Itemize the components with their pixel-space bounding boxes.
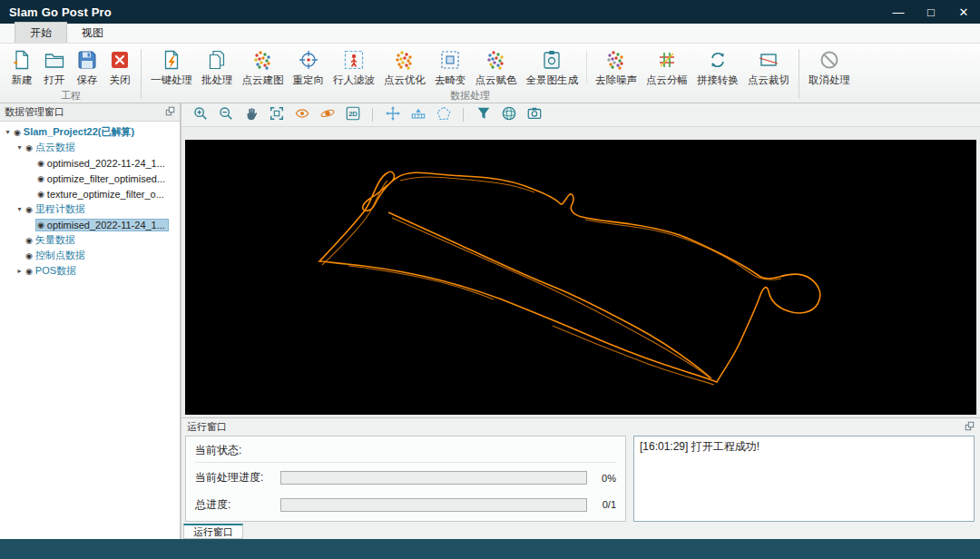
tree-item[interactable]: ▾◉点云数据 [0,140,180,155]
window-controls: — □ ✕ [882,0,980,24]
tree-item[interactable]: ◉optimised_2022-11-24_1... [0,155,180,171]
new-file-icon [11,48,33,72]
tree-item-label: optimised_2022-11-24_1... [47,220,165,230]
pointcloud-mapping-button[interactable]: 点云建图 [238,47,289,88]
ribbon-button-label: 重定向 [293,74,325,87]
ribbon-button-label: 点云裁切 [748,74,789,87]
pointcloud-optimize-icon [394,48,416,72]
visibility-eye-icon[interactable]: ◉ [37,159,44,168]
filter-icon [475,105,492,124]
panorama-generate-icon [541,48,563,72]
undistort-icon [439,48,461,72]
tree-item[interactable]: ▾◉Slam_Project22(已解算) [0,124,180,140]
tree-item[interactable]: ◉控制点数据 [0,248,180,263]
content-area: 2D 运行窗口 当前状态: 当前处理进度: [181,103,980,539]
tree-item-label: 矢量数据 [35,233,75,247]
pedestrian-filter-button[interactable]: 行人滤波 [328,47,379,88]
denoise-button[interactable]: 去除噪声 [591,47,642,88]
ribbon-group-label [804,89,855,103]
open-folder-button[interactable]: 打开 [38,47,71,88]
ribbon-toolbar: 新建打开保存关闭工程一键处理批处理点云建图重定向行人滤波点云优化去畸变点云赋色全… [0,44,980,103]
zoom-out-button[interactable] [214,105,237,125]
visibility-eye-icon[interactable]: ◉ [37,190,44,199]
tree-item[interactable]: ◉optimised_2022-11-24_1... [0,217,180,232]
close-button[interactable]: ✕ [947,0,980,24]
ribbon-button-label: 关闭 [110,74,131,87]
ribbon-button-label: 行人滤波 [333,74,375,87]
viewport-3d[interactable] [185,140,976,415]
maximize-button[interactable]: □ [915,0,947,24]
ribbon-tab-row: 开始视图 [0,24,980,44]
level-button[interactable] [407,105,429,125]
pan-button[interactable] [240,105,262,125]
sphere-button[interactable] [497,105,520,125]
expand-arrow-icon[interactable]: ▾ [15,205,24,213]
visibility-eye-icon[interactable]: ◉ [25,143,33,152]
one-click-process-icon [161,48,182,72]
total-progress-bar [280,498,587,512]
group-separator [141,49,142,99]
visibility-button[interactable] [290,105,313,125]
zoom-in-button[interactable] [189,105,211,125]
current-progress-label: 当前处理进度: [195,470,279,485]
batch-process-button[interactable]: 批处理 [197,47,238,88]
current-progress-value: 0% [594,473,616,484]
status-bar [0,539,980,559]
panorama-generate-button[interactable]: 全景图生成 [522,47,583,88]
collapse-arrow-icon[interactable]: ▸ [15,267,24,275]
pointcloud-clip-button[interactable]: 点云裁切 [743,47,794,88]
ribbon-tab[interactable]: 视图 [67,23,118,43]
tree-item[interactable]: ◉矢量数据 [0,232,180,248]
total-progress-row: 总进度: 0/1 [195,493,616,516]
snapshot-button[interactable] [523,105,545,125]
polygon-select-icon [436,105,452,124]
save-button[interactable]: 保存 [71,47,103,88]
visibility-eye-icon[interactable]: ◉ [14,128,21,137]
filter-button[interactable] [472,105,495,125]
merge-convert-button[interactable]: 拼接转换 [692,47,743,88]
visibility-eye-icon[interactable]: ◉ [37,174,44,183]
undistort-button[interactable]: 去畸变 [430,47,471,88]
tab-run-window[interactable]: 运行窗口 [183,524,243,539]
tree-item[interactable]: ▾◉里程计数据 [0,201,180,217]
visibility-eye-icon[interactable]: ◉ [37,221,44,230]
new-file-button[interactable]: 新建 [5,47,38,88]
float-panel-icon[interactable] [965,421,975,433]
trajectory-path [319,172,820,382]
open-folder-icon [44,48,65,72]
expand-arrow-icon[interactable]: ▾ [3,128,13,136]
pointcloud-colorize-button[interactable]: 点云赋色 [471,47,522,88]
trajectory-plot [185,140,976,415]
tree-item[interactable]: ◉texture_optimize_filter_o... [0,186,180,201]
orbit-button[interactable] [316,105,338,125]
ribbon-group-label: 数据处理 [146,89,794,103]
float-panel-icon[interactable] [165,106,175,118]
visibility-eye-icon[interactable]: ◉ [25,251,33,260]
fit-view-button[interactable] [265,105,288,125]
minimize-button[interactable]: — [882,0,915,24]
pointcloud-optimize-button[interactable]: 点云优化 [379,47,430,88]
one-click-process-button[interactable]: 一键处理 [146,47,197,88]
visibility-eye-icon[interactable]: ◉ [25,267,33,276]
polygon-select-button[interactable] [432,105,455,125]
ribbon-button-label: 批处理 [201,74,233,87]
current-progress-bar [280,471,587,485]
ribbon-tab[interactable]: 开始 [15,22,67,43]
ribbon-button-label: 保存 [77,74,98,87]
visibility-eye-icon[interactable]: ◉ [25,205,33,214]
ribbon-group: 一键处理批处理点云建图重定向行人滤波点云优化去畸变点云赋色全景图生成去除噪声点云… [146,45,794,103]
pointcloud-tiling-button[interactable]: 点云分幅 [642,47,692,88]
tree-item-label: Slam_Project22(已解算) [24,125,134,139]
move-button[interactable] [381,105,404,125]
visibility-eye-icon[interactable]: ◉ [25,236,33,245]
expand-arrow-icon[interactable]: ▾ [15,143,24,152]
tree-item[interactable]: ▸◉POS数据 [0,263,180,279]
reorientation-button[interactable]: 重定向 [289,47,329,88]
cancel-process-button[interactable]: 取消处理 [804,47,855,88]
ribbon-button-label: 去除噪声 [595,74,637,87]
close-x-button[interactable]: 关闭 [103,47,136,88]
view-2d-button[interactable]: 2D [341,105,364,125]
tree-item[interactable]: ◉optimize_filter_optimised... [0,171,180,186]
ribbon-group-label: 工程 [5,89,136,103]
tree-item-label: optimised_2022-11-24_1... [47,158,165,169]
